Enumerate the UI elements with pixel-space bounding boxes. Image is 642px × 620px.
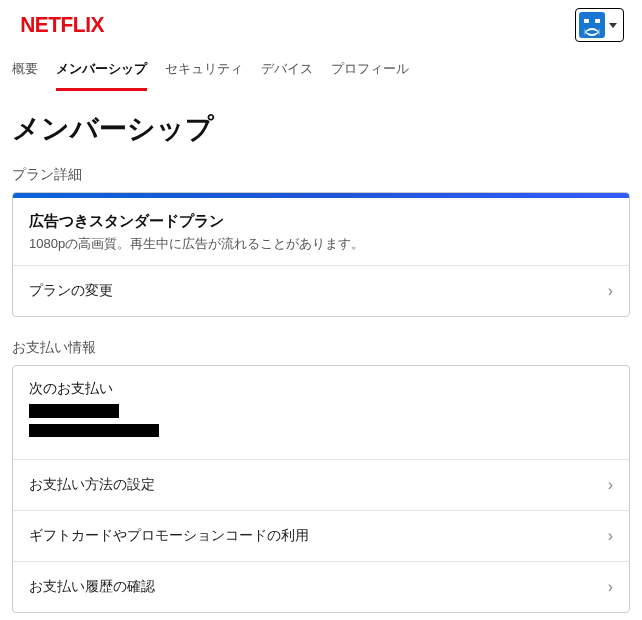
payment-card-head: 次のお支払い [13, 366, 629, 459]
page-title: メンバーシップ [12, 110, 630, 148]
plan-name: 広告つきスタンダードプラン [29, 212, 613, 231]
caret-down-icon [609, 23, 617, 28]
plan-card: 広告つきスタンダードプラン 1080pの高画質。再生中に広告が流れることがありま… [12, 192, 630, 317]
gift-promo-row[interactable]: ギフトカードやプロモーションコードの利用 › [13, 510, 629, 561]
manage-payment-label: お支払い方法の設定 [29, 476, 155, 494]
chevron-right-icon: › [608, 578, 613, 596]
netflix-logo[interactable]: NETFLIX [20, 12, 104, 38]
plan-desc: 1080pの高画質。再生中に広告が流れることがあります。 [29, 235, 613, 253]
gift-promo-label: ギフトカードやプロモーションコードの利用 [29, 527, 309, 545]
tab-overview[interactable]: 概要 [12, 60, 38, 91]
nav-tabs: 概要 メンバーシップ セキュリティ デバイス プロフィール [0, 48, 642, 92]
tab-membership[interactable]: メンバーシップ [56, 60, 147, 91]
tab-devices[interactable]: デバイス [261, 60, 313, 91]
chevron-right-icon: › [608, 282, 613, 300]
chevron-right-icon: › [608, 527, 613, 545]
header: NETFLIX [0, 0, 642, 48]
tab-profile[interactable]: プロフィール [331, 60, 409, 91]
payment-history-label: お支払い履歴の確認 [29, 578, 155, 596]
redacted-value [29, 424, 159, 437]
next-payment-label: 次のお支払い [29, 380, 613, 398]
tab-security[interactable]: セキュリティ [165, 60, 243, 91]
manage-payment-row[interactable]: お支払い方法の設定 › [13, 459, 629, 510]
redacted-value [29, 404, 119, 418]
chevron-right-icon: › [608, 476, 613, 494]
avatar-icon [579, 12, 605, 38]
plan-card-head: 広告つきスタンダードプラン 1080pの高画質。再生中に広告が流れることがありま… [13, 198, 629, 265]
main-content: メンバーシップ プラン詳細 広告つきスタンダードプラン 1080pの高画質。再生… [0, 92, 642, 620]
plan-section-label: プラン詳細 [12, 166, 630, 184]
payment-section-label: お支払い情報 [12, 339, 630, 357]
profile-menu[interactable] [575, 8, 624, 42]
change-plan-row[interactable]: プランの変更 › [13, 265, 629, 316]
payment-card: 次のお支払い お支払い方法の設定 › ギフトカードやプロモーションコードの利用 … [12, 365, 630, 613]
payment-history-row[interactable]: お支払い履歴の確認 › [13, 561, 629, 612]
change-plan-label: プランの変更 [29, 282, 113, 300]
